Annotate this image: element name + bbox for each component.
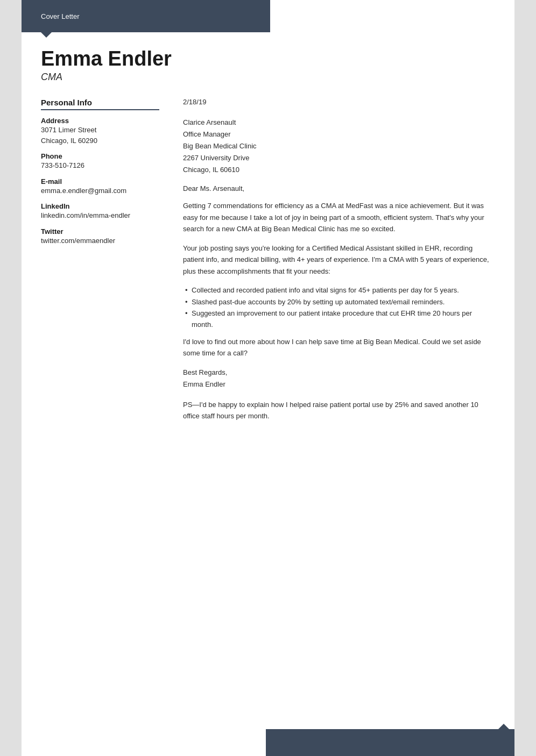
closing: Best Regards, — [183, 367, 495, 379]
right-column: 2/18/19 Clarice Arsenault Office Manager… — [170, 98, 495, 430]
twitter-label: Twitter — [41, 227, 159, 236]
recipient-address: 2267 University Drive — [183, 152, 495, 164]
ps-block: PS—I'd be happy to explain how I helped … — [183, 399, 495, 422]
full-name: Emma Endler — [41, 47, 495, 70]
salutation: Dear Ms. Arsenault, — [183, 184, 495, 192]
twitter-value: twitter.com/emmaendler — [41, 236, 159, 246]
body-para-3: I'd love to find out more about how I ca… — [183, 336, 495, 359]
linkedin-value: linkedin.com/in/emma-endler — [41, 210, 159, 221]
name-section: Emma Endler CMA — [22, 38, 514, 87]
phone-label: Phone — [41, 152, 159, 160]
recipient-city: Chicago, IL 60610 — [183, 164, 495, 176]
page-wrapper: Cover Letter Emma Endler CMA Personal In… — [22, 0, 514, 756]
content-area: Personal Info Address 3071 Limer Street … — [22, 98, 514, 430]
job-title: CMA — [41, 72, 495, 83]
bullet-item: Collected and recorded patient info and … — [183, 284, 495, 296]
bullet-item: Slashed past-due accounts by 20% by sett… — [183, 296, 495, 308]
linkedin-block: LinkedIn linkedin.com/in/emma-endler — [41, 202, 159, 221]
phone-value: 733-510-7126 — [41, 160, 159, 171]
recipient-title: Office Manager — [183, 129, 495, 140]
phone-block: Phone 733-510-7126 — [41, 152, 159, 171]
signoff: Emma Endler — [183, 379, 495, 390]
ps-text: PS—I'd be happy to explain how I helped … — [183, 399, 495, 422]
letter-date: 2/18/19 — [183, 98, 495, 106]
bullet-item: Suggested an improvement to our patient … — [183, 308, 495, 331]
email-value: emma.e.endler@gmail.com — [41, 186, 159, 196]
recipient-name: Clarice Arsenault — [183, 117, 495, 129]
left-column: Personal Info Address 3071 Limer Street … — [41, 98, 170, 430]
email-block: E-mail emma.e.endler@gmail.com — [41, 177, 159, 196]
body-para-1: Getting 7 commendations for efficiency a… — [183, 200, 495, 234]
address-block: Address 3071 Limer Street Chicago, IL 60… — [41, 117, 159, 146]
bullet-list: Collected and recorded patient info and … — [183, 284, 495, 331]
closing-block: Best Regards, Emma Endler — [183, 367, 495, 390]
personal-info-heading: Personal Info — [41, 98, 159, 110]
header-triangle — [41, 32, 52, 38]
twitter-block: Twitter twitter.com/emmaendler — [41, 227, 159, 246]
address-line1: 3071 Limer Street — [41, 125, 159, 135]
footer-bar — [266, 729, 514, 756]
recipient-company: Big Bean Medical Clinic — [183, 140, 495, 152]
email-label: E-mail — [41, 177, 159, 186]
recipient-block: Clarice Arsenault Office Manager Big Bea… — [183, 117, 495, 176]
header-label: Cover Letter — [41, 12, 80, 20]
address-label: Address — [41, 117, 159, 125]
linkedin-label: LinkedIn — [41, 202, 159, 210]
header-bar: Cover Letter — [22, 0, 270, 32]
body-para-2: Your job posting says you're looking for… — [183, 243, 495, 277]
footer-triangle — [498, 724, 509, 729]
address-line2: Chicago, IL 60290 — [41, 135, 159, 146]
